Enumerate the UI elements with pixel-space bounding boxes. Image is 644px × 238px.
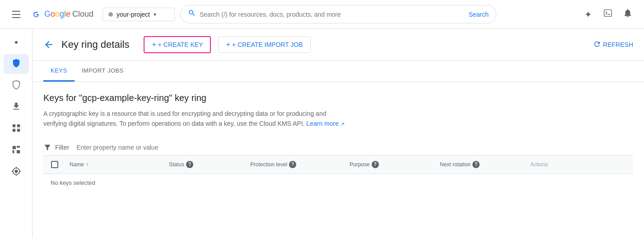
sidebar-item-grid[interactable] xyxy=(4,119,29,139)
svg-rect-2 xyxy=(16,146,19,147)
plus-icon-2: + xyxy=(226,41,230,49)
select-all-checkbox[interactable] xyxy=(51,161,58,168)
search-icon xyxy=(188,9,196,19)
th-actions: Actions xyxy=(527,156,581,174)
blocks-icon xyxy=(11,145,21,157)
svg-rect-0 xyxy=(604,10,612,17)
svg-rect-4 xyxy=(16,150,19,153)
project-icon xyxy=(108,12,113,17)
sidebar-item-security[interactable] xyxy=(4,76,29,96)
gemini-icon: ✦ xyxy=(584,9,592,20)
sidebar-item-kms[interactable] xyxy=(4,54,29,74)
terminal-icon-button[interactable] xyxy=(599,5,617,23)
chevron-down-icon: ▾ xyxy=(154,11,156,18)
create-import-job-label: + CREATE IMPORT JOB xyxy=(232,41,303,48)
hamburger-menu-button[interactable] xyxy=(7,5,25,23)
filter-icon xyxy=(43,143,51,151)
shield-icon xyxy=(11,58,21,70)
download-icon xyxy=(11,101,21,114)
th-name: Name ↑ xyxy=(66,156,165,174)
project-selector[interactable]: your-project ▾ xyxy=(103,8,175,21)
table-footer: No keys selected xyxy=(43,174,633,192)
create-key-label: + CREATE KEY xyxy=(158,41,203,48)
tab-keys[interactable]: KEYS xyxy=(43,61,75,82)
search-button[interactable]: Search xyxy=(469,11,489,18)
th-status: Status ? xyxy=(165,156,247,174)
sort-icon[interactable]: ↑ xyxy=(86,161,89,168)
logo-text: Google Cloud xyxy=(44,9,93,19)
learn-more-link[interactable]: Learn more ↗ xyxy=(306,120,344,127)
top-navigation: Google Cloud your-project ▾ Search ✦ xyxy=(0,0,644,29)
svg-rect-3 xyxy=(12,150,14,153)
status-help-icon[interactable]: ? xyxy=(186,161,193,168)
search-bar: Search xyxy=(180,5,496,23)
th-protection: Protection level ? xyxy=(247,156,346,174)
section-title: Keys for "gcp-example-key-ring" key ring xyxy=(43,93,633,103)
sidebar-dot-icon xyxy=(15,41,18,44)
google-logo-icon xyxy=(31,9,42,20)
security-icon xyxy=(11,80,21,92)
no-keys-label: No keys selected xyxy=(51,179,95,186)
tab-import-jobs[interactable]: IMPORT JOBS xyxy=(75,61,131,82)
table-header: Name ↑ Status ? Protection level ? Purpo… xyxy=(43,156,633,174)
gemini-icon-button[interactable]: ✦ xyxy=(579,5,597,23)
grid-icon xyxy=(11,123,21,135)
refresh-icon xyxy=(593,40,601,50)
filter-bar: Filter xyxy=(43,140,633,156)
rotation-help-icon[interactable]: ? xyxy=(472,161,480,168)
nav-icons: ✦ xyxy=(579,5,637,23)
sidebar-item-dot[interactable] xyxy=(4,32,29,52)
plus-icon: + xyxy=(152,41,156,49)
refresh-button[interactable]: REFRESH xyxy=(593,40,633,50)
external-link-icon: ↗ xyxy=(341,121,345,127)
google-cloud-logo: Google Cloud xyxy=(31,9,93,20)
back-button[interactable] xyxy=(43,39,54,50)
sidebar-item-settings[interactable] xyxy=(4,162,29,182)
sidebar xyxy=(0,29,33,238)
notifications-button[interactable] xyxy=(619,5,637,23)
th-checkbox[interactable] xyxy=(43,156,66,174)
terminal-icon xyxy=(603,8,613,20)
search-input[interactable] xyxy=(200,11,465,18)
filter-input[interactable] xyxy=(76,144,633,151)
filter-label: Filter xyxy=(55,144,69,151)
page-title: Key ring details xyxy=(61,39,129,50)
settings-icon xyxy=(11,166,21,178)
content-body: Keys for "gcp-example-key-ring" key ring… xyxy=(33,82,644,192)
svg-rect-1 xyxy=(12,146,15,149)
back-arrow-icon xyxy=(43,39,54,50)
sidebar-item-download[interactable] xyxy=(4,97,29,117)
purpose-help-icon[interactable]: ? xyxy=(372,161,379,168)
section-description: A cryptographic key is a resource that i… xyxy=(43,109,350,129)
refresh-label: REFRESH xyxy=(603,41,633,48)
th-rotation: Next rotation ? xyxy=(436,156,527,174)
page-header: Key ring details + + CREATE KEY + + CREA… xyxy=(33,29,644,61)
sidebar-item-blocks[interactable] xyxy=(4,141,29,160)
tabs-bar: KEYS IMPORT JOBS xyxy=(33,61,644,82)
content-area: Key ring details + + CREATE KEY + + CREA… xyxy=(33,29,644,238)
create-key-button[interactable]: + + CREATE KEY xyxy=(144,36,211,53)
project-name: your-project xyxy=(117,11,150,18)
bell-icon xyxy=(623,8,633,20)
main-layout: Key ring details + + CREATE KEY + + CREA… xyxy=(0,29,644,238)
protection-help-icon[interactable]: ? xyxy=(289,161,296,168)
th-purpose: Purpose ? xyxy=(346,156,436,174)
create-import-job-button[interactable]: + + CREATE IMPORT JOB xyxy=(218,37,310,53)
